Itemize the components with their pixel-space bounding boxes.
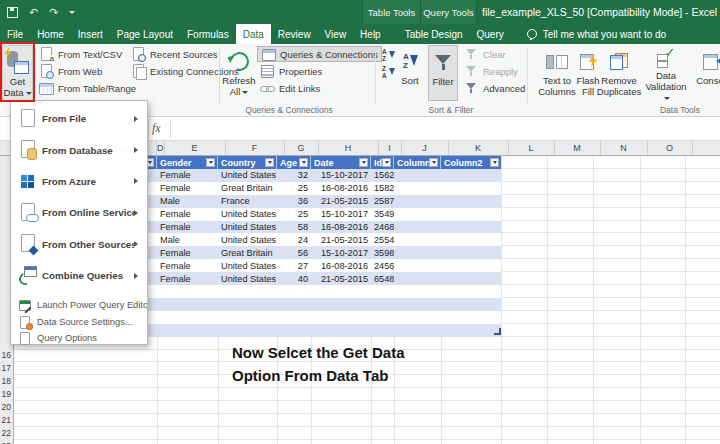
table-row[interactable]: Female United States 32 15-10-2017 1562 [141, 169, 501, 182]
ribbon-tab-label: Review [278, 29, 311, 40]
cell-gender: Male [157, 235, 218, 245]
ribbon-small-button[interactable]: Edit Links [257, 80, 382, 96]
column-header[interactable]: N [601, 141, 648, 155]
filter-dropdown-icon[interactable] [490, 158, 499, 167]
filter-dropdown-icon[interactable] [359, 158, 368, 167]
ribbon-small-button[interactable]: From Table/Range [36, 80, 139, 96]
row-header[interactable]: 20 [0, 401, 13, 414]
ribbon-small-button[interactable]: From Text/CSV [36, 46, 139, 62]
refresh-all-button[interactable]: Refresh All [222, 45, 256, 101]
table-resize-handle[interactable] [494, 328, 501, 335]
filter-dropdown-icon[interactable] [429, 158, 438, 167]
ribbon-tab[interactable]: Insert [71, 24, 110, 44]
menu-item[interactable]: Data Source Settings... [11, 314, 147, 330]
ribbon-small-button[interactable]: From Web [36, 63, 139, 79]
menu-item[interactable]: From File [11, 103, 147, 134]
cell-date: 21-05-2015 [311, 196, 371, 206]
data-tools-button[interactable]: Remove Duplicates [594, 45, 644, 103]
table-row[interactable]: Female United States 27 16-08-2016 2456 [141, 259, 501, 272]
menu-item[interactable]: Query Options [11, 330, 147, 346]
ribbon-tab[interactable]: Formulas [180, 24, 236, 44]
data-tools-button[interactable]: Consol [692, 45, 720, 103]
save-icon[interactable] [7, 7, 18, 18]
filter-button[interactable]: Filter [428, 45, 458, 101]
empty-table-row [141, 324, 501, 337]
menu-item[interactable]: From Other Sources [11, 229, 147, 260]
column-header[interactable]: H [319, 141, 379, 155]
group-label-sort-filter: Sort & Filter [375, 105, 527, 115]
ribbon-tab[interactable]: Home [30, 24, 71, 44]
ribbon-button-icon [131, 47, 146, 62]
ribbon-small-button[interactable]: Advanced [461, 80, 528, 96]
row-header[interactable]: 23 [0, 439, 13, 444]
column-header[interactable]: O [648, 141, 693, 155]
cell-id: 1562 [371, 170, 394, 180]
column-header[interactable]: G [285, 141, 319, 155]
filter-dropdown-icon[interactable] [206, 158, 215, 167]
cell-age: 25 [277, 183, 311, 193]
redo-icon[interactable]: ↷ [49, 7, 58, 18]
undo-icon[interactable]: ↶ [29, 7, 38, 18]
ribbon-button-icon [260, 64, 275, 79]
row-header[interactable]: 18 [0, 375, 13, 388]
filter-dropdown-icon[interactable] [265, 158, 274, 167]
data-tools-button[interactable]: Data Validation [642, 45, 690, 103]
table-row[interactable]: Female United States 58 16-08-2016 2468 [141, 221, 501, 234]
ribbon-small-button[interactable]: Queries & Connections [257, 46, 382, 62]
contextual-ribbon-tab[interactable]: Table Design [398, 24, 470, 44]
menu-item[interactable]: From Azure [11, 166, 147, 197]
contextual-ribbon-tab[interactable]: Query [470, 24, 511, 44]
row-header[interactable]: 17 [0, 362, 13, 375]
cell-id: 6548 [371, 274, 394, 284]
customize-qat-icon[interactable] [69, 11, 75, 14]
cell-age: 24 [277, 235, 311, 245]
row-header[interactable]: 22 [0, 426, 13, 439]
cell-age: 36 [277, 196, 311, 206]
ribbon-tab[interactable]: Help [353, 24, 388, 44]
button-label-line2: Columns [538, 86, 576, 97]
ribbon-tab[interactable]: Review [271, 24, 318, 44]
table-row[interactable]: Female Great Britain 25 16-08-2016 1582 [141, 182, 501, 195]
menu-item[interactable]: Launch Power Query Editor... [11, 297, 147, 313]
row-header[interactable]: 19 [0, 388, 13, 401]
table-row[interactable]: Female United States 25 15-10-2017 3549 [141, 208, 501, 221]
column-header[interactable]: E [165, 141, 226, 155]
get-data-button[interactable]: Get Data [2, 45, 33, 101]
column-header[interactable]: K [449, 141, 509, 155]
ribbon-small-button[interactable]: Reapply [461, 63, 528, 79]
column-header[interactable]: I [379, 141, 402, 155]
table-row[interactable]: Female United States 40 21-05-2015 6548 [141, 272, 501, 285]
ribbon-button-label: From Web [58, 66, 102, 77]
menu-item[interactable]: From Database [11, 134, 147, 165]
row-header[interactable]: 21 [0, 413, 13, 426]
ribbon-button-label: From Text/CSV [58, 49, 122, 60]
column-header[interactable]: L [509, 141, 555, 155]
ribbon-tab-bar: File Home Insert Page Layout Formulas Da… [0, 24, 720, 44]
sort-button[interactable]: Sort [395, 45, 425, 101]
menu-item[interactable]: Combine Queries [11, 260, 147, 291]
ribbon-tab[interactable]: Page Layout [110, 24, 180, 44]
cell-country: United States [218, 261, 277, 271]
cell-gender: Female [157, 248, 218, 258]
column-header[interactable]: M [555, 141, 601, 155]
table-row[interactable]: Female Great Britain 56 15-10-2017 3598 [141, 246, 501, 259]
ribbon-tab[interactable]: File [0, 24, 30, 44]
filter-dropdown-icon[interactable] [382, 158, 391, 167]
ribbon-tab[interactable]: Data [236, 24, 271, 44]
tell-me-box[interactable]: Tell me what you want to do [527, 24, 666, 44]
gridline [547, 156, 548, 444]
cell-age: 27 [277, 261, 311, 271]
table-row[interactable]: Male United States 24 21-05-2015 2554 [141, 233, 501, 246]
menu-item-icon [19, 266, 37, 286]
ribbon-small-button[interactable]: Clear [461, 46, 528, 62]
cell-date: 21-05-2015 [311, 235, 371, 245]
column-header[interactable]: D [157, 141, 165, 155]
filter-dropdown-icon[interactable] [299, 158, 308, 167]
menu-item[interactable]: From Online Services [11, 197, 147, 228]
ribbon-tab[interactable]: View [318, 24, 354, 44]
ribbon-small-button[interactable]: Properties [257, 63, 382, 79]
row-header[interactable]: 16 [0, 349, 13, 362]
table-row[interactable]: Male France 36 21-05-2015 2587 [141, 195, 501, 208]
column-header[interactable]: F [226, 141, 285, 155]
column-header[interactable]: J [402, 141, 449, 155]
